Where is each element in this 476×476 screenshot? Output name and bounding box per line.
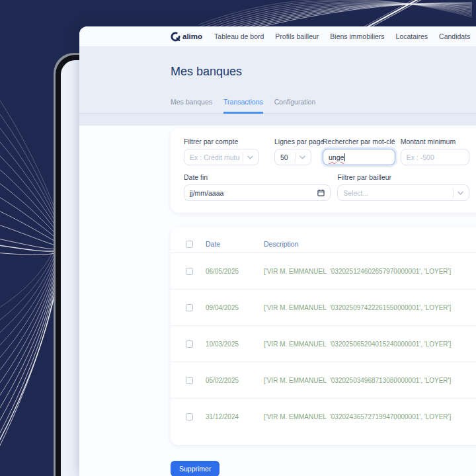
cell-date: 09/04/2025 xyxy=(206,304,264,311)
tab-transactions[interactable]: Transactions xyxy=(223,98,263,114)
nav-item-landlords[interactable]: Profils bailleur xyxy=(275,32,319,40)
table-row: 09/04/2025 ['VIR M. EMMANUEL '0320250974… xyxy=(171,290,476,326)
row-checkbox[interactable] xyxy=(186,340,193,348)
filter-search: Rechercher par mot-clé unge xyxy=(323,138,395,165)
cell-description: ['VIR M. EMMANUEL '032024365727199470000… xyxy=(264,413,476,420)
row-checkbox[interactable] xyxy=(186,268,193,275)
row-checkbox[interactable] xyxy=(186,304,193,311)
filters-row-2: Date fin jj/mm/aaaa xyxy=(184,173,469,201)
end-date-value: jj/mm/aaaa xyxy=(190,189,317,197)
tab-bar: Mes banques Transactions Configuration xyxy=(171,98,315,113)
main-nav: Tableau de bord Profils bailleur Biens i… xyxy=(214,32,476,40)
per-page-select[interactable]: 50 xyxy=(274,149,311,165)
table-row: 05/02/2025 ['VIR M. EMMANUEL '0320250349… xyxy=(171,362,476,399)
filter-min-amount-label: Montant minimum xyxy=(401,138,469,145)
filter-per-page-label: Lignes par page xyxy=(274,138,311,145)
table-header-row: Date Description xyxy=(171,235,476,253)
nav-item-properties[interactable]: Biens immobiliers xyxy=(330,32,384,40)
row-checkbox[interactable] xyxy=(186,377,193,384)
top-navbar: alimo Tableau de bord Profils bailleur B… xyxy=(79,26,476,47)
table-row: 31/12/2024 ['VIR M. EMMANUEL '0320243657… xyxy=(171,399,476,434)
min-amount-input[interactable] xyxy=(401,149,469,165)
tab-mes-banques[interactable]: Mes banques xyxy=(171,98,212,113)
filter-landlord-label: Filtrer par bailleur xyxy=(337,173,469,181)
column-header-date: Date xyxy=(206,240,264,248)
filter-min-amount: Montant minimum xyxy=(401,138,469,165)
transactions-table-card: Date Description 06/05/2025 ['VIR M. EMM… xyxy=(171,227,476,445)
row-checkbox[interactable] xyxy=(186,413,193,420)
tab-configuration[interactable]: Configuration xyxy=(274,98,315,113)
filters-card: Filtrer par compte Ex : Crédit mutuel Li… xyxy=(171,128,476,213)
chevron-down-icon xyxy=(457,191,463,195)
logo-q-icon xyxy=(171,32,180,42)
column-header-description: Description xyxy=(264,240,476,248)
landlord-select[interactable]: Select... xyxy=(337,184,469,201)
end-date-input[interactable]: jj/mm/aaaa xyxy=(184,184,331,201)
app-logo[interactable]: alimo xyxy=(171,32,202,42)
landlord-select-placeholder: Select... xyxy=(343,189,450,197)
chevron-down-icon xyxy=(299,155,305,159)
filters-row-1: Filtrer par compte Ex : Crédit mutuel Li… xyxy=(184,138,469,165)
filter-search-label: Rechercher par mot-clé xyxy=(323,138,395,145)
search-input[interactable]: unge xyxy=(323,149,395,165)
cell-date: 05/02/2025 xyxy=(206,377,264,384)
header-band xyxy=(79,114,476,126)
account-select[interactable]: Ex : Crédit mutuel xyxy=(184,149,259,165)
main-content: Filtrer par compte Ex : Crédit mutuel Li… xyxy=(79,126,476,476)
delete-button[interactable]: Supprimer xyxy=(171,461,219,476)
account-select-placeholder: Ex : Crédit mutuel xyxy=(190,153,240,161)
cell-date: 31/12/2024 xyxy=(206,413,264,420)
logo-text: alimo xyxy=(182,32,202,40)
cell-description: ['VIR M. EMMANUEL '032025124602657970000… xyxy=(264,268,476,275)
text-caret xyxy=(344,153,345,161)
cell-description: ['VIR M. EMMANUEL '032025065204015240000… xyxy=(264,340,476,348)
app-window: alimo Tableau de bord Profils bailleur B… xyxy=(79,26,476,476)
select-all-checkbox[interactable] xyxy=(186,241,193,248)
table-row: 10/03/2025 ['VIR M. EMMANUEL '0320250652… xyxy=(171,326,476,362)
calendar-icon xyxy=(317,189,325,196)
chevron-down-icon xyxy=(247,155,253,159)
filter-account: Filtrer par compte Ex : Crédit mutuel xyxy=(184,138,259,165)
nav-item-tenants[interactable]: Locataires xyxy=(396,32,428,40)
filter-landlord: Filtrer par bailleur Select... xyxy=(337,173,469,201)
filter-per-page: Lignes par page 50 xyxy=(274,138,311,165)
cell-description: ['VIR M. EMMANUEL '032025097422261550000… xyxy=(264,304,476,311)
filter-account-label: Filtrer par compte xyxy=(184,138,259,145)
nav-item-dashboard[interactable]: Tableau de bord xyxy=(214,32,264,40)
page-title: Mes banques xyxy=(79,47,476,79)
per-page-value: 50 xyxy=(280,153,292,161)
cell-description: ['VIR M. EMMANUEL '032025034968713080000… xyxy=(264,377,476,384)
page-header: Mes banques Mes banques Transactions Con… xyxy=(79,47,476,114)
filter-end-date-label: Date fin xyxy=(184,173,331,181)
search-input-value: unge xyxy=(329,153,344,161)
filter-end-date: Date fin jj/mm/aaaa xyxy=(184,173,331,201)
cell-date: 10/03/2025 xyxy=(206,340,264,348)
table-row: 06/05/2025 ['VIR M. EMMANUEL '0320251246… xyxy=(171,253,476,290)
cell-date: 06/05/2025 xyxy=(206,268,264,275)
nav-item-candidates[interactable]: Candidats xyxy=(439,32,470,40)
